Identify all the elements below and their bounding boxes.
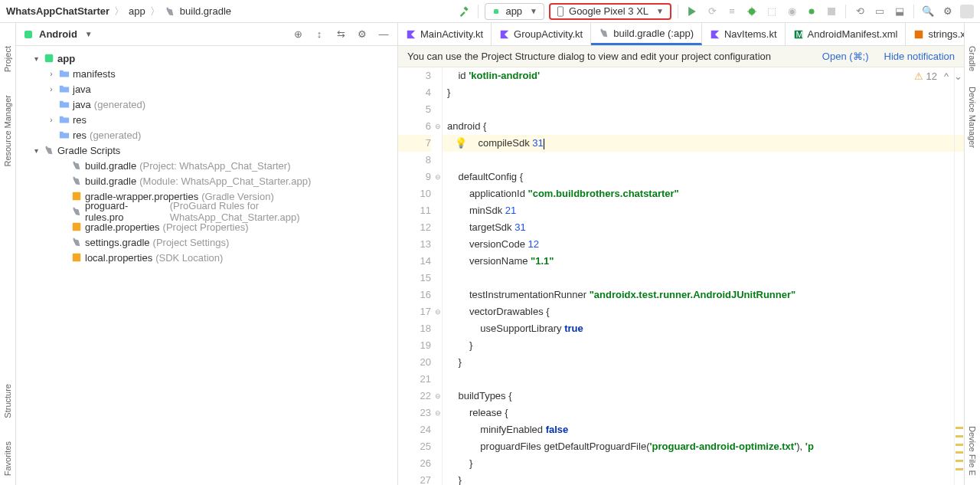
tree-app[interactable]: ▾app (16, 51, 397, 66)
tree-res-gen[interactable]: res (generated) (16, 127, 397, 143)
tree-script-1[interactable]: build.gradle (Module: WhatsApp_Chat_Star… (16, 173, 397, 188)
rail-favorites[interactable]: Favorites (3, 441, 12, 476)
rail-resources[interactable]: Resource Manager (3, 95, 12, 167)
tree-java-gen[interactable]: java (generated) (16, 97, 397, 112)
run-icon[interactable] (684, 4, 700, 19)
breadcrumb-project[interactable]: WhatsAppChatStarter (6, 5, 109, 17)
avd-icon[interactable]: ▭ (872, 4, 887, 19)
settings-icon[interactable]: ⚙ (940, 4, 956, 19)
notification-banner: You can use the Project Structure dialog… (398, 46, 964, 67)
tree-script-5[interactable]: settings.gradle (Project Settings) (16, 234, 397, 250)
tree-manifests[interactable]: ›manifests (16, 66, 397, 81)
sidebar-gear-icon[interactable]: ⚙ (354, 27, 370, 42)
apply-code-icon[interactable]: ≡ (724, 4, 740, 19)
profiler-icon[interactable]: ◉ (784, 4, 799, 19)
sdk-icon[interactable]: ⬓ (892, 4, 907, 19)
breadcrumb-module[interactable]: app (129, 5, 145, 17)
svg-rect-0 (464, 6, 469, 11)
search-icon[interactable]: 🔍 (920, 4, 936, 19)
tree-java[interactable]: ›java (16, 81, 397, 97)
tab-1[interactable]: GroupActivity.kt (492, 23, 591, 45)
svg-rect-6 (24, 31, 32, 38)
svg-rect-2 (558, 6, 564, 15)
tab-0[interactable]: MainActivity.kt (398, 23, 492, 45)
stop-icon (824, 4, 839, 19)
code-editor[interactable]: id 'kotlin-android'}⊖android {💡 compileS… (443, 67, 964, 485)
rail-devicemgr[interactable]: Device Manager (968, 87, 977, 148)
notice-hide-link[interactable]: Hide notification (884, 51, 956, 62)
svg-text:MF: MF (795, 29, 804, 38)
rail-devicefile[interactable]: Device File E (968, 426, 977, 476)
rail-structure[interactable]: Structure (3, 384, 12, 418)
sidebar-mode-dropdown[interactable]: Android ▼ (22, 28, 93, 41)
svg-rect-9 (73, 223, 81, 231)
tab-3[interactable]: NavItems.kt (702, 23, 786, 45)
rail-project[interactable]: Project (3, 46, 12, 72)
inspection-summary[interactable]: ⚠12 ^⌄ (914, 70, 962, 82)
tab-2[interactable]: build.gradle (:app) (591, 23, 702, 45)
apply-changes-icon[interactable]: ⟳ (704, 4, 720, 19)
svg-rect-13 (915, 30, 923, 38)
run-config-dropdown[interactable]: app ▼ (485, 3, 544, 20)
svg-rect-10 (73, 254, 81, 262)
tree-gradle-scripts[interactable]: ▾Gradle Scripts (16, 143, 397, 158)
hide-sidebar-icon[interactable]: — (376, 27, 391, 42)
tree-script-3[interactable]: proguard-rules.pro (ProGuard Rules for W… (16, 204, 397, 219)
breadcrumb: WhatsAppChatStarter 〉 app 〉 build.gradle (0, 5, 237, 18)
rail-gradle[interactable]: Gradle (968, 46, 977, 71)
sync-icon[interactable]: ⟲ (852, 4, 867, 19)
svg-rect-11 (794, 30, 802, 38)
svg-point-3 (749, 8, 756, 15)
svg-rect-5 (828, 8, 835, 15)
tree-res[interactable]: ›res (16, 112, 397, 127)
svg-rect-1 (494, 9, 498, 14)
hammer-icon[interactable] (456, 4, 472, 19)
tab-5[interactable]: strings.x (906, 23, 964, 45)
svg-point-4 (809, 8, 815, 14)
collapse-icon[interactable]: ⇆ (333, 27, 348, 42)
tab-4[interactable]: MFAndroidManifest.xml (786, 23, 906, 45)
svg-rect-8 (73, 192, 81, 201)
coverage-icon[interactable]: ⬚ (764, 4, 779, 19)
attach-icon[interactable] (804, 4, 819, 19)
error-stripe[interactable]: ⚠12 ^⌄ (954, 67, 964, 485)
editor-tabs: MainActivity.ktGroupActivity.ktbuild.gra… (398, 23, 964, 46)
notice-text: You can use the Project Structure dialog… (407, 51, 771, 62)
debug-icon[interactable] (744, 4, 760, 19)
left-tool-rail: Project Resource Manager Structure Favor… (0, 23, 16, 485)
svg-rect-7 (45, 54, 54, 63)
breadcrumb-file[interactable]: build.gradle (180, 5, 231, 17)
user-icon[interactable] (960, 5, 974, 18)
device-dropdown[interactable]: Google Pixel 3 XL ▼ (549, 3, 671, 20)
right-tool-rail: Gradle Device Manager Device File E (964, 23, 980, 485)
select-open-icon[interactable]: ⊕ (290, 27, 305, 42)
tree-script-6[interactable]: local.properties (SDK Location) (16, 250, 397, 265)
tree-script-0[interactable]: build.gradle (Project: WhatsApp_Chat_Sta… (16, 158, 397, 173)
project-sidebar: Android ▼ ⊕ ↕ ⇆ ⚙ — ▾app ›manifests ›jav… (16, 23, 398, 485)
notice-open-link[interactable]: Open (⌘;) (822, 51, 869, 62)
expand-all-icon[interactable]: ↕ (312, 27, 327, 42)
